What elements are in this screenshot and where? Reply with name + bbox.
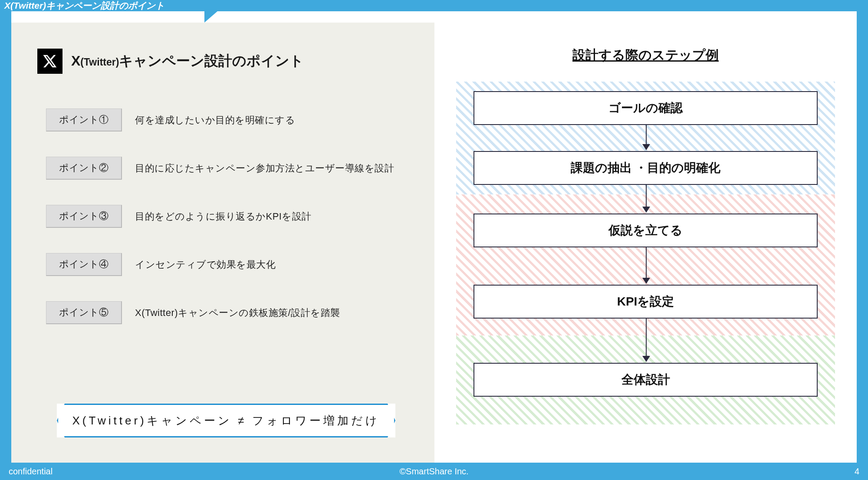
subheading-big: X [71, 53, 80, 69]
point-row: ポイント⑤ X(Twitter)キャンペーンの鉄板施策/設計を踏襲 [46, 301, 408, 324]
title-tab-text: X(Twitter)キャンペーン設計のポイント [4, 0, 164, 12]
subheading-text: X(Twitter)キャンペーン設計のポイント [71, 52, 304, 71]
point-desc-4: インセンティブで効果を最大化 [135, 258, 276, 271]
subheading-rest: キャンペーン設計のポイント [119, 53, 304, 69]
right-column: 設計する際のステップ例 ゴールの確認 課題の抽出 ・目的の明確化 仮説を立てる … [434, 23, 857, 463]
callout-text: X(Twitter)キャンペーン ≠ フォロワー増加だけ [57, 404, 395, 437]
slide-frame: X(Twitter)キャンペーン設計のポイント X(Twitter)キャンペーン… [0, 0, 868, 480]
flow-step-5: 全体設計 [473, 363, 818, 397]
flow-step-4: KPIを設定 [473, 285, 818, 319]
callout-box: X(Twitter)キャンペーン ≠ フォロワー増加だけ [57, 404, 395, 437]
point-row: ポイント② 目的に応じたキャンペーン参加方法とユーザー導線を設計 [46, 157, 408, 180]
flow-step-1: ゴールの確認 [473, 91, 818, 125]
footer-bar: confidential ©SmartShare Inc. 4 [0, 463, 868, 480]
footer-left: confidential [9, 467, 53, 477]
title-tab-wedge [204, 11, 217, 23]
flow-step-3: 仮説を立てる [473, 214, 818, 247]
point-row: ポイント④ インセンティブで効果を最大化 [46, 253, 408, 276]
title-tab: X(Twitter)キャンペーン設計のポイント [0, 0, 208, 11]
subheading-small: (Twitter) [80, 56, 119, 68]
footer-page-number: 4 [855, 467, 859, 477]
point-badge-1: ポイント① [46, 108, 122, 132]
flow-step-2: 課題の抽出 ・目的の明確化 [473, 151, 818, 185]
point-desc-3: 目的をどのように振り返るかKPIを設計 [135, 210, 312, 223]
x-logo-icon [37, 49, 62, 74]
point-badge-2: ポイント② [46, 157, 122, 180]
flow-diagram: ゴールの確認 課題の抽出 ・目的の明確化 仮説を立てる KPIを設定 全体設計 [456, 82, 835, 424]
point-desc-5: X(Twitter)キャンペーンの鉄板施策/設計を踏襲 [135, 306, 340, 319]
points-list: ポイント① 何を達成したいか目的を明確にする ポイント② 目的に応じたキャンペー… [37, 108, 408, 324]
footer-center: ©SmartShare Inc. [399, 467, 468, 477]
right-title: 設計する際のステップ例 [456, 46, 835, 64]
point-badge-4: ポイント④ [46, 253, 122, 276]
point-desc-1: 何を達成したいか目的を明確にする [135, 114, 295, 127]
left-column: X(Twitter)キャンペーン設計のポイント ポイント① 何を達成したいか目的… [11, 23, 434, 463]
point-badge-5: ポイント⑤ [46, 301, 122, 324]
point-row: ポイント① 何を達成したいか目的を明確にする [46, 108, 408, 132]
point-desc-2: 目的に応じたキャンペーン参加方法とユーザー導線を設計 [135, 162, 394, 175]
subheading-row: X(Twitter)キャンペーン設計のポイント [37, 49, 408, 74]
content-area: X(Twitter)キャンペーン設計のポイント ポイント① 何を達成したいか目的… [11, 23, 857, 463]
point-row: ポイント③ 目的をどのように振り返るかKPIを設計 [46, 205, 408, 228]
point-badge-3: ポイント③ [46, 205, 122, 228]
